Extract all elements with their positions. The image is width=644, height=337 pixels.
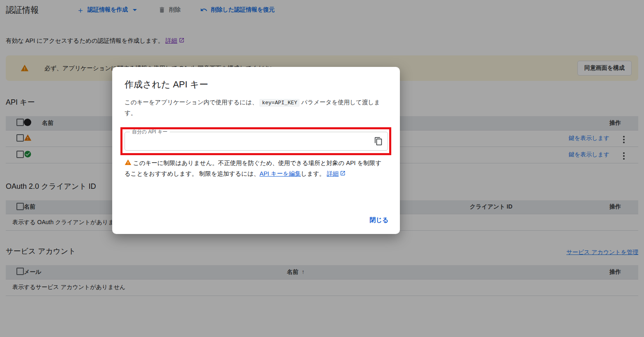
dialog-warning: このキーに制限はありません。不正使用を防ぐため、使用できる場所と対象の API …	[125, 158, 386, 179]
api-key-field: 自分の API キー	[125, 132, 388, 151]
external-link-icon	[340, 170, 346, 176]
edit-api-key-link[interactable]: API キーを編集	[259, 170, 301, 177]
copy-icon	[374, 137, 383, 146]
warning-icon	[125, 159, 132, 166]
code-chip: key=API_KEY	[259, 99, 300, 107]
dialog-warning-text: します。	[301, 170, 327, 177]
api-key-input[interactable]	[130, 133, 360, 150]
api-key-created-dialog: 作成された API キー このキーをアプリケーション内で使用するには、 key=…	[112, 67, 400, 234]
close-button[interactable]: 閉じる	[369, 214, 388, 227]
dialog-body-text: このキーをアプリケーション内で使用するには、	[125, 99, 258, 105]
dialog-body: このキーをアプリケーション内で使用するには、 key=API_KEY パラメータ…	[125, 97, 391, 118]
dialog-title: 作成された API キー	[125, 78, 208, 91]
copy-button[interactable]	[374, 137, 383, 147]
learn-more-link[interactable]: 詳細	[327, 170, 339, 177]
